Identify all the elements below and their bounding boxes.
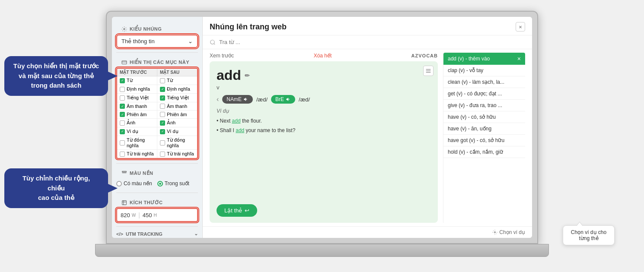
svg-rect-5	[122, 201, 127, 205]
mat-sau-cell[interactable]: Từ	[157, 76, 197, 85]
example-item: • Shall I add your name to the list?	[217, 126, 431, 136]
checkbox-back-tu[interactable]	[160, 78, 165, 83]
list-item[interactable]: clean (v) - làm sạch, la...	[443, 76, 525, 88]
list-item[interactable]: have (v) - ăn, uống	[443, 123, 525, 135]
width-input[interactable]: 820 W	[121, 212, 136, 218]
checkbox-front-vd[interactable]	[120, 129, 125, 134]
utm-header[interactable]: </> UTM TRACKING ⌄	[116, 231, 198, 237]
mat-table-header: MẶT TRƯỚC MẶT SAU	[117, 69, 197, 76]
table-row: Định nghĩa Định nghĩa	[117, 85, 197, 94]
sound-icon	[243, 97, 249, 102]
card-preview: add ✏ v ‹ NAmE	[210, 61, 438, 223]
suggestion-close-button[interactable]: ×	[517, 55, 521, 62]
card-menu-icon[interactable]	[423, 66, 434, 76]
dialog-titlebar: Nhúng lên trang web ×	[203, 17, 532, 35]
mau-nen-section: MÀU NỀN Có màu nền Trong suốt	[112, 165, 202, 191]
checkbox-back-ttn[interactable]	[160, 152, 165, 157]
list-item[interactable]: hold (v) - cầm, nắm, giữ	[443, 146, 525, 158]
xoa-het-button[interactable]: Xóa hết	[314, 53, 332, 59]
table-row: Ảnh Ảnh	[117, 119, 197, 127]
checkbox-front-ttn[interactable]	[120, 152, 125, 157]
checkbox-front-anh[interactable]	[120, 120, 125, 126]
kich-thuoc-header: KÍCH THƯỚC	[116, 197, 198, 208]
radio-co-mau[interactable]: Có màu nền	[116, 180, 152, 187]
suggestions-panel: add (v) - thêm vào × clap (v) - vỗ tay c…	[443, 53, 525, 223]
dialog-title: Nhúng lên trang web	[210, 22, 287, 32]
example-item: • Next add the flour.	[217, 117, 431, 126]
dialog-overlay: KIỂU NHÚNG Thẻ thông tin ⌄	[112, 17, 532, 238]
list-item[interactable]: have got (v) - có, sở hữu	[443, 135, 525, 146]
checkbox-back-dn[interactable]	[160, 87, 165, 92]
sidebar-panel: KIỂU NHÚNG Thẻ thông tin ⌄	[112, 17, 203, 238]
list-item[interactable]: give (v) - đưa ra, trao ...	[443, 100, 525, 111]
examples-list: • Next add the flour. • Shall I add your…	[217, 117, 431, 135]
checkbox-front-dn[interactable]	[120, 87, 125, 92]
table-row: Từ đồng nghĩa Từ đồng nghĩa	[117, 136, 197, 150]
list-item[interactable]: get (v) - có được; đạt ...	[443, 88, 525, 100]
mat-table: MẶT TRƯỚC MẶT SAU Từ Từ Đị	[116, 68, 198, 159]
checkbox-front-tdn[interactable]	[120, 140, 125, 145]
bre-badge[interactable]: BrE	[271, 95, 295, 104]
table-row: Âm thanh Âm thanh	[117, 102, 197, 111]
edit-icon[interactable]: ✏	[245, 72, 250, 79]
checkbox-back-tdn[interactable]	[160, 140, 165, 145]
hien-thi-header: HIỂN THỊ CÁC MỤC NÀY	[116, 57, 198, 68]
search-bar	[203, 35, 532, 49]
preview-label-row: Xem trước Xóa hết AZVOCAB	[210, 53, 438, 59]
radio-trong-suot-circle[interactable]	[157, 181, 163, 187]
utm-section: </> UTM TRACKING ⌄ Embedded utm_source	[112, 228, 202, 238]
table-row: Từ trái nghĩa Từ trái nghĩa	[117, 150, 197, 158]
radio-trong-suot[interactable]: Trong suốt	[157, 180, 189, 187]
card-icon	[121, 60, 127, 65]
vi-du-label: Ví dụ	[217, 108, 431, 114]
checkbox-front-tv[interactable]	[120, 95, 125, 101]
suggestion-list: clap (v) - vỗ tay clean (v) - làm sạch, …	[443, 65, 525, 223]
bre-phonetic: /æd/	[299, 96, 310, 103]
chevron-icon: ⌄	[188, 38, 193, 44]
lat-the-button[interactable]: Lật thẻ ↩	[217, 204, 257, 217]
kich-thuoc-section: KÍCH THƯỚC 820 W | 450 H	[112, 195, 202, 225]
height-input[interactable]: 450 H	[143, 212, 157, 218]
mat-truoc-cell[interactable]: Từ	[117, 76, 157, 85]
resize-icon	[121, 200, 127, 206]
checkbox-back-at[interactable]	[160, 104, 165, 109]
table-row: Ví dụ Ví dụ	[117, 127, 197, 136]
table-row: Từ Từ	[117, 76, 197, 85]
checkbox-back-tv[interactable]	[160, 95, 165, 101]
kieu-nhung-header: KIỂU NHÚNG	[116, 24, 198, 35]
checkbox-back-vd[interactable]	[160, 129, 165, 134]
search-input[interactable]	[219, 39, 525, 45]
tooltip-bubble: Chọn ví dụ cho từng thẻ	[563, 225, 615, 245]
ame-badge[interactable]: NAmE	[222, 95, 253, 104]
card-word: add ✏	[217, 67, 431, 83]
checkbox-back-pa[interactable]	[160, 112, 165, 117]
utm-content: Embedded utm_source	[116, 237, 198, 238]
list-item[interactable]: clap (v) - vỗ tay	[443, 65, 525, 76]
preview-left: Xem trước Xóa hết AZVOCAB add	[210, 53, 438, 223]
kich-thuoc-box: 820 W | 450 H	[116, 208, 198, 222]
svg-rect-1	[122, 61, 127, 64]
mau-nen-radio-group: Có màu nền Trong suốt	[116, 179, 198, 188]
checkbox-front-at[interactable]	[120, 104, 125, 109]
color-icon	[121, 171, 127, 176]
mau-nen-header: MÀU NỀN	[116, 168, 198, 179]
chon-vi-du-button[interactable]: Chọn ví dụ	[492, 229, 525, 235]
checkbox-back-anh[interactable]	[160, 120, 165, 126]
checkbox-front-tu[interactable]	[120, 78, 125, 83]
laptop-base	[95, 244, 549, 257]
list-item[interactable]: have (v) - có, sở hữu	[443, 111, 525, 123]
settings-icon	[492, 230, 497, 235]
brand-label: AZVOCAB	[411, 53, 438, 58]
search-icon	[210, 39, 216, 45]
left-chevron[interactable]: ‹	[217, 95, 219, 103]
close-button[interactable]: ×	[516, 22, 525, 32]
svg-point-0	[124, 28, 125, 30]
laptop-container: KIỂU NHÚNG Thẻ thông tin ⌄	[106, 11, 538, 261]
mat-truoc-col: MẶT TRƯỚC	[117, 69, 157, 76]
laptop-screen: KIỂU NHÚNG Thẻ thông tin ⌄	[106, 11, 538, 244]
chevron-down-icon: ⌄	[194, 231, 198, 237]
checkbox-front-pa[interactable]	[120, 112, 125, 117]
kieu-nhung-select[interactable]: Thẻ thông tin ⌄	[116, 35, 198, 48]
screen-inner: KIỂU NHÚNG Thẻ thông tin ⌄	[112, 17, 532, 238]
preview-area: Xem trước Xóa hết AZVOCAB add	[203, 49, 532, 226]
